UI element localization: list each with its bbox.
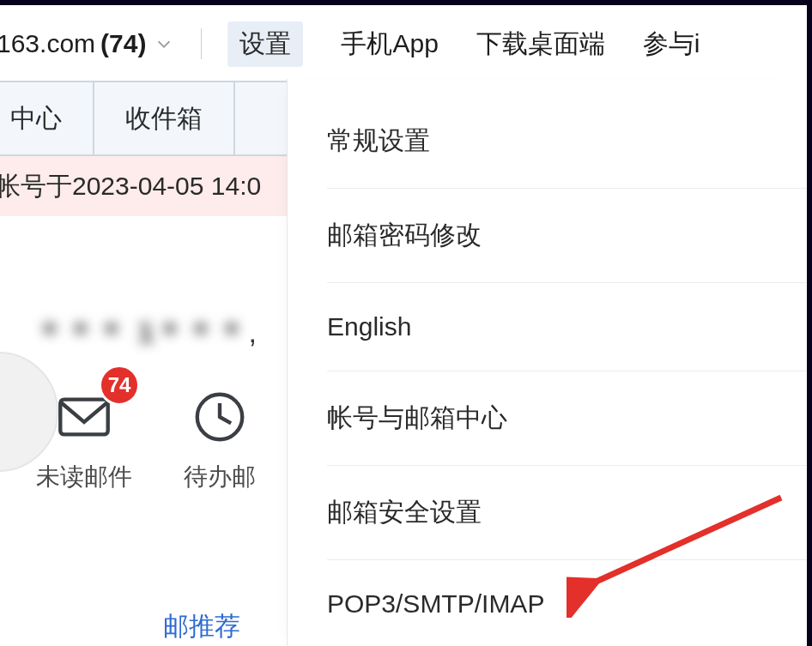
quick-todo[interactable]: 待办邮 xyxy=(184,387,256,493)
svg-rect-0 xyxy=(60,400,107,435)
username-suffix: , xyxy=(248,316,256,348)
menu-general[interactable]: 常规设置 xyxy=(327,113,808,189)
menu-account-center[interactable]: 帐号与邮箱中心 xyxy=(327,371,808,466)
nav-mobile-app[interactable]: 手机App xyxy=(341,27,438,62)
chevron-down-icon xyxy=(155,34,173,53)
divider xyxy=(201,28,202,59)
tab-center[interactable]: 中心 xyxy=(0,82,94,154)
greeting-username: ＊＊＊ 1＊＊＊, xyxy=(0,313,292,353)
header-bar: 163.com (74) 设置 手机App 下载桌面端 参与i xyxy=(0,0,812,81)
menu-pop3-smtp-imap[interactable]: POP3/SMTP/IMAP xyxy=(327,560,808,646)
nav-settings[interactable]: 设置 xyxy=(227,21,303,67)
quick-actions: 74 未读邮件 待办邮 xyxy=(0,387,292,493)
quick-unread-label: 未读邮件 xyxy=(36,461,132,493)
quick-todo-label: 待办邮 xyxy=(184,461,256,493)
quick-unread[interactable]: 74 未读邮件 xyxy=(36,387,132,493)
menu-security[interactable]: 邮箱安全设置 xyxy=(327,466,808,560)
recommend-link[interactable]: 邮推荐 xyxy=(163,609,240,644)
tab-inbox[interactable]: 收件箱 xyxy=(94,82,235,154)
account-unread-count: (74) xyxy=(100,29,146,58)
quick-unread-icon-wrap: 74 xyxy=(54,387,114,447)
menu-english[interactable]: English xyxy=(327,283,808,371)
nav-participate[interactable]: 参与i xyxy=(643,27,700,62)
username-masked: ＊＊＊ 1＊＊＊ xyxy=(35,316,248,348)
home-panel: ＊＊＊ 1＊＊＊, 74 未读邮件 待办邮 xyxy=(0,223,292,493)
account-domain: 163.com xyxy=(0,29,95,58)
account-switcher[interactable]: 163.com (74) xyxy=(0,29,173,58)
nav-download-desktop[interactable]: 下载桌面端 xyxy=(476,27,605,62)
menu-change-password[interactable]: 邮箱密码修改 xyxy=(327,189,808,283)
login-notice-text: 帐号于2023-04-05 14:0 xyxy=(0,169,261,204)
unread-badge: 74 xyxy=(99,365,140,406)
top-nav: 设置 手机App 下载桌面端 参与i xyxy=(227,21,700,67)
settings-dropdown: 常规设置 邮箱密码修改 English 帐号与邮箱中心 邮箱安全设置 POP3/… xyxy=(287,79,807,646)
quick-todo-icon-wrap xyxy=(190,387,250,447)
clock-icon xyxy=(190,387,250,447)
